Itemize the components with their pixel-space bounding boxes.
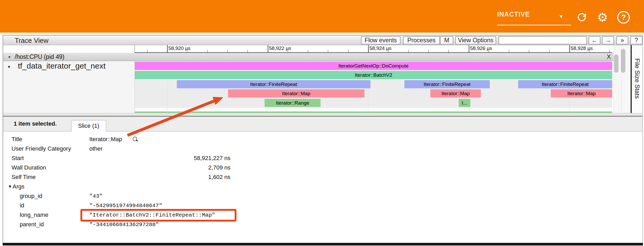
arg-value: "43" (89, 193, 230, 199)
minor-tick (288, 50, 288, 52)
detail-label: Self Time (12, 174, 89, 181)
trace-slice[interactable]: I... (459, 99, 470, 107)
minor-tick (549, 50, 549, 52)
track-label-column: ▾ tf_data_iterator_get_next (3, 61, 135, 113)
dropdown-underline (497, 25, 571, 25)
timeline-lanes[interactable]: IteratorGetNextOp::DoComputeIterator::Ba… (135, 61, 612, 113)
detail-value: 2,709 ns (89, 164, 230, 171)
settings-button[interactable]: ⚙ (596, 11, 609, 24)
trace-toolbar: Trace View Flow events Processes M View … (3, 35, 642, 45)
trace-view-title: Trace View (15, 37, 49, 45)
collapse-args-icon[interactable]: ▼ (8, 184, 12, 189)
minor-tick (388, 50, 388, 52)
minor-tick (408, 50, 409, 52)
arg-key: id (20, 202, 89, 209)
process-header-row[interactable]: ▾ /host:CPU (pid 49) X (3, 53, 614, 61)
trace-slice[interactable]: Iterator::BatchV2 (135, 71, 612, 79)
detail-row: TitleIterator::Map (3, 135, 642, 144)
arg-value: "-344106684136297288" (89, 222, 230, 228)
find-next-button[interactable]: → (602, 36, 614, 44)
collapse-track-icon[interactable]: ▾ (8, 64, 10, 70)
panel-splitter[interactable] (3, 113, 642, 117)
refresh-button[interactable] (575, 11, 589, 24)
detail-label: User Friendly Category (12, 145, 89, 152)
trace-slice[interactable]: Iterator::FiniteRepeat (177, 80, 370, 88)
arg-value: "-5429951974994848647" (89, 203, 230, 209)
minor-tick (509, 50, 509, 52)
view-options-button[interactable]: View Options (455, 36, 496, 44)
major-tick (268, 45, 268, 53)
trace-slice[interactable]: Iterator::Map (551, 89, 612, 98)
find-prev-button[interactable]: ← (589, 36, 600, 44)
detail-value: 58,921,227 ns (89, 155, 230, 162)
detail-row: User Friendly Categoryother (3, 144, 642, 153)
minor-tick (147, 50, 147, 52)
run-status-label: INACTIVE (497, 11, 530, 18)
flow-events-button[interactable]: Flow events (361, 36, 400, 44)
search-icon[interactable] (132, 136, 138, 142)
detail-row: Self Time1,602 ns (3, 172, 642, 182)
run-status-dropdown[interactable]: INACTIVE ▼ (497, 11, 571, 25)
trace-slice[interactable]: Iterator::FiniteRepeat (518, 80, 612, 88)
minor-tick (248, 50, 248, 52)
detail-label: Start (12, 155, 89, 162)
minor-tick (227, 50, 228, 52)
minor-tick (428, 50, 429, 52)
major-tick (167, 45, 168, 53)
track-label: tf_data_iterator_get_next (18, 62, 106, 70)
trace-slice[interactable]: Iterator::FiniteRepeat (404, 80, 490, 88)
details-header: 1 item selected. Slice (1) (3, 117, 642, 131)
major-tick (569, 45, 570, 53)
trace-slice[interactable]: Iterator::Range (265, 99, 321, 107)
tab-slice[interactable]: Slice (1) (71, 120, 106, 131)
major-tick (469, 45, 469, 53)
help-button[interactable]: ? (617, 11, 630, 24)
trace-viewer: Trace View Flow events Processes M View … (3, 35, 643, 243)
close-process-button[interactable]: X (605, 53, 613, 60)
arg-key: group_id (20, 193, 89, 199)
arg-key: long_name (20, 212, 89, 218)
caret-down-icon: ▼ (559, 14, 564, 19)
expand-button[interactable]: » (616, 36, 628, 44)
panel-scrollbar[interactable] (621, 49, 625, 73)
find-input[interactable] (498, 36, 587, 44)
metadata-button[interactable]: M (440, 36, 453, 44)
track-area: ▾ tf_data_iterator_get_next IteratorGetN… (3, 61, 614, 113)
arg-row: id"-5429951974994848647" (3, 201, 642, 210)
trace-slice[interactable]: Iterator::Map (228, 89, 364, 98)
minor-tick (348, 50, 348, 52)
minor-tick (589, 50, 590, 52)
process-label: /host:CPU (pid 49) (15, 53, 64, 60)
details-body: TitleIterator::MapUser Friendly Category… (3, 131, 642, 243)
arg-row: parent_id"-344106684136297288" (3, 220, 642, 229)
arg-key: parent_id (20, 221, 89, 228)
detail-label: Wall Duration (12, 164, 89, 171)
detail-value: Iterator::Map (89, 136, 230, 143)
help-icon: ? (617, 11, 630, 24)
app-header: INACTIVE ▼ ⚙ ? (0, 0, 644, 33)
trace-slice[interactable]: IteratorGetNextOp::DoCompute (135, 62, 612, 70)
ruler-label-column (3, 45, 135, 53)
window-bottom-border (3, 243, 643, 245)
file-size-stats-panel[interactable]: File Size Stats (632, 45, 642, 113)
minor-tick (187, 50, 187, 52)
slice-title: Iterator::Map (89, 136, 122, 143)
arg-row: long_name"Iterator::BatchV2::FiniteRepea… (3, 210, 642, 220)
empty-lane (135, 108, 612, 111)
detail-row: Wall Duration2,709 ns (3, 163, 642, 172)
detail-value: 1,602 ns (89, 174, 230, 181)
minor-tick (308, 50, 308, 52)
minor-tick (489, 50, 489, 52)
shortcuts-help-button[interactable]: ? (630, 36, 642, 44)
detail-value: other (89, 145, 230, 152)
time-ruler: 58,920 µs58,922 µs58,924 µs58,926 µs58,9… (3, 45, 642, 53)
collapse-process-icon[interactable]: ▾ (8, 55, 11, 59)
arg-value: "Iterator::BatchV2::FiniteRepeat::Map" (89, 212, 230, 218)
minor-tick (529, 50, 529, 52)
file-size-stats-label: File Size Stats (633, 58, 641, 99)
processes-button[interactable]: Processes (403, 36, 440, 44)
major-tick (368, 45, 369, 53)
trace-slice[interactable]: Iterator::Map (430, 89, 481, 98)
detail-row: Start58,921,227 ns (3, 153, 642, 163)
track-scrollbar[interactable] (614, 54, 619, 73)
